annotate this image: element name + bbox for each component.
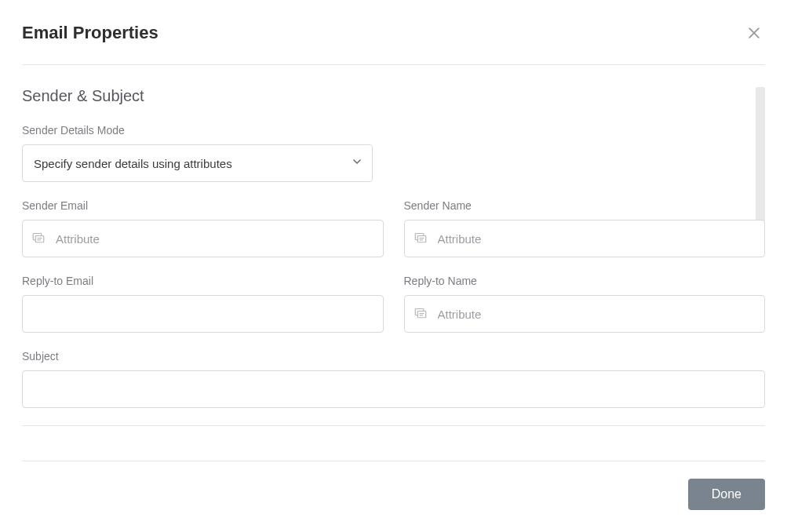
modal-title: Email Properties	[22, 23, 158, 43]
sender-row: Sender Email	[22, 199, 765, 257]
reply-to-name-group: Reply-to Name	[404, 275, 766, 333]
scrollbar-thumb[interactable]	[756, 87, 765, 222]
subject-group: Subject	[22, 350, 765, 408]
subject-input[interactable]	[22, 370, 765, 408]
reply-to-name-label: Reply-to Name	[404, 275, 766, 287]
done-button[interactable]: Done	[688, 479, 765, 510]
sender-email-group: Sender Email	[22, 199, 384, 257]
sender-email-input[interactable]	[22, 220, 384, 257]
sender-name-input[interactable]	[404, 220, 766, 257]
sender-name-group: Sender Name	[404, 199, 766, 257]
modal-body: Sender & Subject Sender Details Mode Spe…	[0, 65, 787, 461]
body-bottom-divider	[22, 425, 765, 426]
email-properties-modal: Email Properties Sender & Subject Sender…	[0, 0, 787, 532]
sender-details-mode-label: Sender Details Mode	[22, 124, 765, 137]
reply-to-name-input[interactable]	[404, 295, 766, 333]
close-icon	[746, 25, 762, 41]
reply-to-email-group: Reply-to Email	[22, 275, 384, 333]
sender-details-mode-group: Sender Details Mode Specify sender detai…	[22, 124, 765, 182]
sender-details-mode-value: Specify sender details using attributes	[34, 157, 232, 170]
sender-name-label: Sender Name	[404, 199, 766, 212]
sender-details-mode-select-wrapper: Specify sender details using attributes	[22, 144, 373, 182]
section-title: Sender & Subject	[22, 87, 765, 105]
subject-label: Subject	[22, 350, 765, 363]
sender-email-label: Sender Email	[22, 199, 384, 212]
close-button[interactable]	[743, 22, 765, 44]
reply-to-row: Reply-to Email Reply-to Name	[22, 275, 765, 333]
modal-footer: Done	[0, 461, 787, 532]
modal-header: Email Properties	[0, 0, 787, 64]
sender-details-mode-select[interactable]: Specify sender details using attributes	[22, 144, 373, 182]
reply-to-email-input[interactable]	[22, 295, 384, 333]
reply-to-email-label: Reply-to Email	[22, 275, 384, 287]
